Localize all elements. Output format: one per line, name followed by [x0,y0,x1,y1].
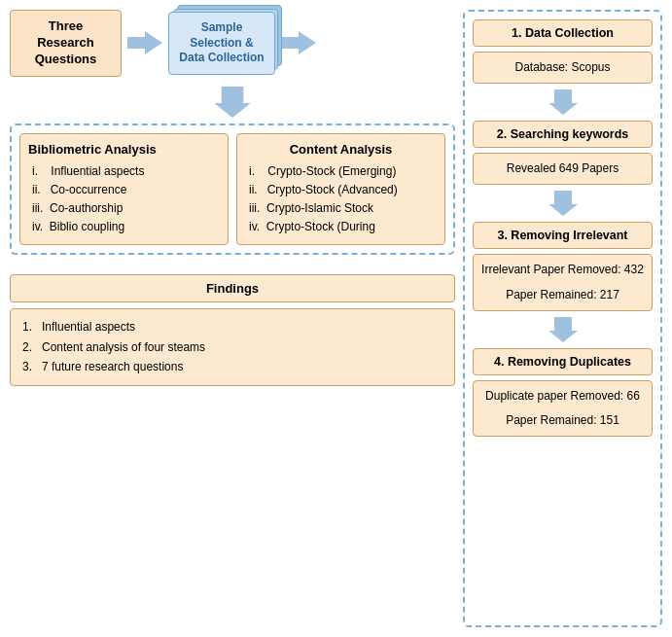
step1-group: 1. Data Collection Database: Scopus [473,19,653,84]
svg-marker-2 [214,87,251,118]
step1-content: Database: Scopus [473,52,653,84]
content-items: i. Crypto-Stock (Emerging) ii. Crypto-St… [245,162,437,237]
research-questions-label: Three Research Questions [35,18,97,66]
svg-marker-1 [281,31,316,54]
step2-title: 2. Searching keywords [473,121,653,148]
svg-marker-6 [548,317,578,342]
main-layout: Three Research Questions Sample Selectio… [10,10,662,627]
content-item-2: ii. Crypto-Stock (Advanced) [249,181,437,199]
biblio-title: Bibliometric Analysis [28,142,220,157]
right-arrow-2 [473,191,653,216]
step4-group: 4. Removing Duplicates Duplicate paper R… [473,348,653,437]
findings-item-2: 2. Content analysis of four steams [22,337,442,357]
arrow-right-1 [127,31,162,54]
left-panel: Three Research Questions Sample Selectio… [10,10,455,627]
step2-content: Revealed 649 Papers [473,153,653,185]
findings-item-3: 3. 7 future research questions [22,357,442,376]
analysis-row: Bibliometric Analysis i. Influential asp… [19,133,445,246]
biblio-item-3: iii. Co-authorship [32,199,220,218]
svg-marker-0 [127,31,162,54]
top-row: Three Research Questions Sample Selectio… [10,10,455,77]
content-item-1: i. Crypto-Stock (Emerging) [249,162,437,181]
content-item-3: iii. Crypto-Islamic Stock [249,199,437,218]
analysis-dashed-box: Bibliometric Analysis i. Influential asp… [10,124,455,256]
arrow-right-2 [281,31,316,54]
right-panel: 1. Data Collection Database: Scopus 2. S… [463,10,662,627]
step3-group: 3. Removing Irrelevant Irrelevant Paper … [473,222,653,310]
right-arrow-1 [473,89,653,115]
step3-line1: Irrelevant Paper Removed: 432 [481,261,644,279]
biblio-item-1: i. Influential aspects [32,162,220,181]
findings-title-box: Findings [10,274,455,302]
svg-marker-5 [548,191,578,216]
biblio-items: i. Influential aspects ii. Co-occurrence… [28,162,220,237]
biblio-item-4: iv. Biblio coupling [32,218,220,236]
step3-title: 3. Removing Irrelevant [473,222,653,249]
sample-selection-box: Sample Selection & Data Collection [168,12,275,75]
biblio-item-2: ii. Co-occurrence [32,181,220,199]
step3-line2: Paper Remained: 217 [481,286,644,304]
step1-title: 1. Data Collection [473,19,653,47]
content-analysis-box: Content Analysis i. Crypto-Stock (Emergi… [236,133,445,246]
step3-content: Irrelevant Paper Removed: 432 Paper Rema… [473,254,653,310]
step2-group: 2. Searching keywords Revealed 649 Paper… [473,121,653,185]
main-container: Three Research Questions Sample Selectio… [0,0,672,637]
step4-line1: Duplicate paper Removed: 66 [481,387,644,406]
research-questions-box: Three Research Questions [10,10,122,77]
findings-content-box: 1. Influential aspects 2. Content analys… [10,308,455,385]
content-title: Content Analysis [245,142,437,157]
right-arrow-3 [473,317,653,342]
biblio-analysis-box: Bibliometric Analysis i. Influential asp… [19,133,229,246]
content-item-4: iv. Crypto-Stock (During [249,218,437,236]
findings-title: Findings [206,281,259,296]
step4-title: 4. Removing Duplicates [473,348,653,375]
sample-selection-label: Sample Selection & Data Collection [179,20,264,64]
findings-item-1: 1. Influential aspects [22,317,442,336]
step4-content: Duplicate paper Removed: 66 Paper Remain… [473,380,653,437]
svg-marker-4 [548,89,578,115]
arrow-down-1 [213,87,252,118]
step4-line2: Paper Remained: 151 [481,411,644,430]
